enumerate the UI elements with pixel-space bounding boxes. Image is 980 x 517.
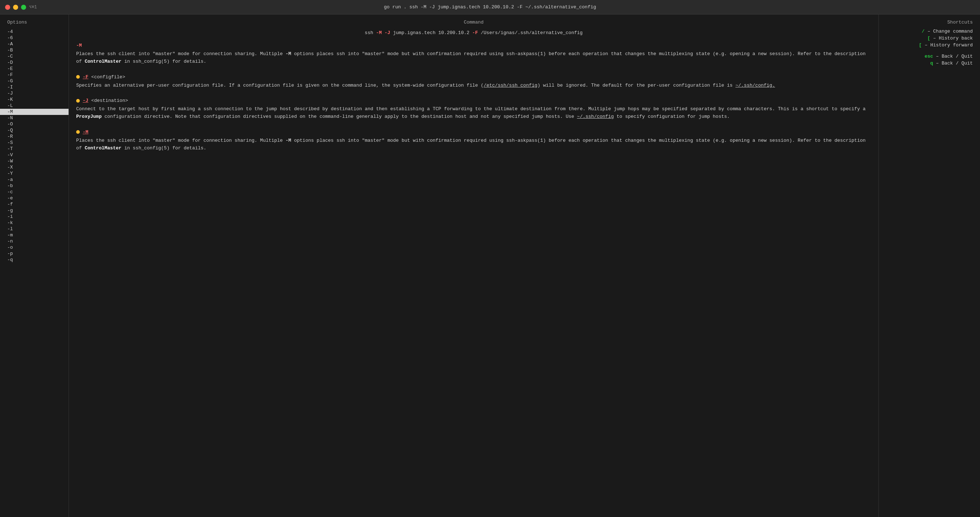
sidebar-item-neg-D[interactable]: -D — [0, 59, 68, 66]
section-flag-F: -F <configfile> — [76, 75, 871, 80]
sidebar-item-neg-n[interactable]: -n — [0, 238, 68, 244]
flag-dot-J — [76, 99, 80, 103]
shortcut-desc-q: – Back / Quit — [936, 60, 973, 66]
sidebar-item-neg-W[interactable]: -W — [0, 158, 68, 164]
sidebar-item-neg-g[interactable]: -g — [0, 208, 68, 214]
shortcut-desc-history-back: – History back — [933, 35, 973, 41]
sidebar-item-neg-q[interactable]: -q — [0, 257, 68, 263]
flag-arg-F: <configfile> — [91, 75, 126, 80]
section-J: -J <destination> Connect to the target h… — [76, 98, 871, 121]
shortcut-row-history-back: [ – History back — [886, 35, 973, 41]
sidebar-item-neg-F[interactable]: -F — [0, 72, 68, 78]
sidebar-item-neg-p[interactable]: -p — [0, 251, 68, 257]
sidebar-item-neg-c[interactable]: -c — [0, 189, 68, 195]
sidebar-item-neg-M[interactable]: -M — [0, 109, 68, 115]
command-line: ssh -M -J jump.ignas.tech 10.200.10.2 -F… — [76, 30, 871, 35]
sidebar-item-neg-k[interactable]: -k — [0, 220, 68, 226]
sidebar-items: -4-6-A-B-C-D-E-F-G-I-J-K-L-M-N-O-Q-R-S-T… — [0, 29, 68, 263]
cmd-flag-M: -M — [376, 30, 382, 35]
sidebar-item-neg-a[interactable]: -a — [0, 176, 68, 183]
shortcut-desc-esc: – Back / Quit — [936, 54, 973, 59]
sidebar-item-neg-4[interactable]: -4 — [0, 29, 68, 35]
sidebar-item-neg-f[interactable]: -f — [0, 201, 68, 208]
shortcut-key-bracket-back: [ — [920, 35, 930, 41]
flag-label-M-top: -M — [76, 43, 82, 48]
sidebar-item-neg-Y[interactable]: -Y — [0, 170, 68, 176]
sidebar-item-neg-E[interactable]: -E — [0, 66, 68, 72]
flag-dot-M-bottom — [76, 130, 80, 134]
sidebar-item-neg-B[interactable]: -B — [0, 47, 68, 53]
shortcut-group-quit: esc – Back / Quit q – Back / Quit — [886, 54, 973, 66]
shortcuts-header: Shortcuts — [886, 18, 973, 29]
cmd-ssh: ssh — [365, 30, 376, 35]
shortcut-key-q: q — [922, 60, 933, 66]
section-flag-M-bottom: -M — [76, 129, 871, 135]
window-controls — [5, 5, 26, 10]
sidebar-item-neg-m[interactable]: -m — [0, 232, 68, 238]
flag-arg-J: <destination> — [91, 98, 128, 103]
sidebar-item-neg-o[interactable]: -o — [0, 244, 68, 251]
flag-label-J: -J — [83, 98, 89, 103]
cmd-flag-F: -F — [472, 30, 478, 35]
sidebar-item-neg-S[interactable]: -S — [0, 140, 68, 146]
sidebar-item-neg-R[interactable]: -R — [0, 133, 68, 140]
sidebar-header: Options — [0, 18, 68, 29]
content-header: Command — [76, 18, 871, 30]
sidebar-item-neg-G[interactable]: -G — [0, 78, 68, 84]
sidebar-item-neg-K[interactable]: -K — [0, 97, 68, 103]
sidebar-item-neg-T[interactable]: -T — [0, 146, 68, 152]
sidebar-item-neg-b[interactable]: -b — [0, 183, 68, 189]
sidebar-item-neg-e[interactable]: -e — [0, 195, 68, 201]
section-desc-F: Specifies an alternative per-user config… — [76, 82, 871, 90]
sidebar-item-neg-X[interactable]: -X — [0, 164, 68, 170]
window-title: go run . ssh -M -J jump.ignas.tech 10.20… — [384, 4, 596, 10]
shortcut-row-history-fwd: [ – History forward — [886, 43, 973, 48]
sidebar-item-neg-L[interactable]: -L — [0, 103, 68, 109]
content-area: Command ssh -M -J jump.ignas.tech 10.200… — [69, 14, 878, 517]
sidebar-item-neg-O[interactable]: -O — [0, 121, 68, 127]
shortcut-group-nav: / – Change command [ – History back [ – … — [886, 29, 973, 48]
sidebar-item-neg-N[interactable]: -N — [0, 115, 68, 121]
shortcut-row-q: q – Back / Quit — [886, 60, 973, 66]
section-F: -F <configfile> Specifies an alternative… — [76, 75, 871, 90]
title-bar: ⌥⌘1 go run . ssh -M -J jump.ignas.tech 1… — [0, 0, 980, 14]
shortcut-key-slash: / — [914, 29, 924, 34]
minimize-button[interactable] — [13, 5, 18, 10]
sidebar-item-neg-Q[interactable]: -Q — [0, 127, 68, 133]
flag-label-F: -F — [83, 75, 89, 80]
sidebar-item-neg-J[interactable]: -J — [0, 90, 68, 97]
shortcut-desc-change: – Change command — [928, 29, 973, 34]
flag-dot-F — [76, 75, 80, 79]
section-flag-J: -J <destination> — [76, 98, 871, 103]
main-layout: Options -4-6-A-B-C-D-E-F-G-I-J-K-L-M-N-O… — [0, 14, 980, 517]
shortcut-desc-history-fwd: – History forward — [924, 43, 973, 48]
sidebar: Options -4-6-A-B-C-D-E-F-G-I-J-K-L-M-N-O… — [0, 14, 69, 517]
shortcuts-panel: Shortcuts / – Change command [ – History… — [878, 14, 980, 517]
shortcut-hint: ⌥⌘1 — [29, 4, 37, 10]
shortcut-row-esc: esc – Back / Quit — [886, 54, 973, 59]
maximize-button[interactable] — [21, 5, 26, 10]
sidebar-item-neg-V[interactable]: -V — [0, 152, 68, 158]
shortcut-row-change: / – Change command — [886, 29, 973, 34]
section-M-bottom: -M Places the ssh client into "master" m… — [76, 129, 871, 152]
flag-label-M-bottom: -M — [83, 129, 89, 135]
sidebar-item-neg-i[interactable]: -i — [0, 214, 68, 220]
shortcut-key-bracket-fwd: [ — [911, 43, 922, 48]
sidebar-item-neg-6[interactable]: -6 — [0, 35, 68, 41]
sidebar-item-neg-A[interactable]: -A — [0, 41, 68, 47]
section-desc-J: Connect to the target host by first maki… — [76, 106, 871, 121]
sidebar-item-neg-C[interactable]: -C — [0, 53, 68, 59]
close-button[interactable] — [5, 5, 10, 10]
section-M-top: -M Places the ssh client into "master" m… — [76, 43, 871, 66]
cmd-flag-J: -J — [385, 30, 390, 35]
shortcut-key-esc: esc — [922, 54, 933, 59]
section-desc-M-bottom: Places the ssh client into "master" mode… — [76, 137, 871, 152]
section-desc-M-top: Places the ssh client into "master" mode… — [76, 51, 871, 66]
sidebar-item-neg-l[interactable]: -l — [0, 226, 68, 232]
section-flag-M-top: -M — [76, 43, 871, 48]
sidebar-item-neg-I[interactable]: -I — [0, 84, 68, 90]
